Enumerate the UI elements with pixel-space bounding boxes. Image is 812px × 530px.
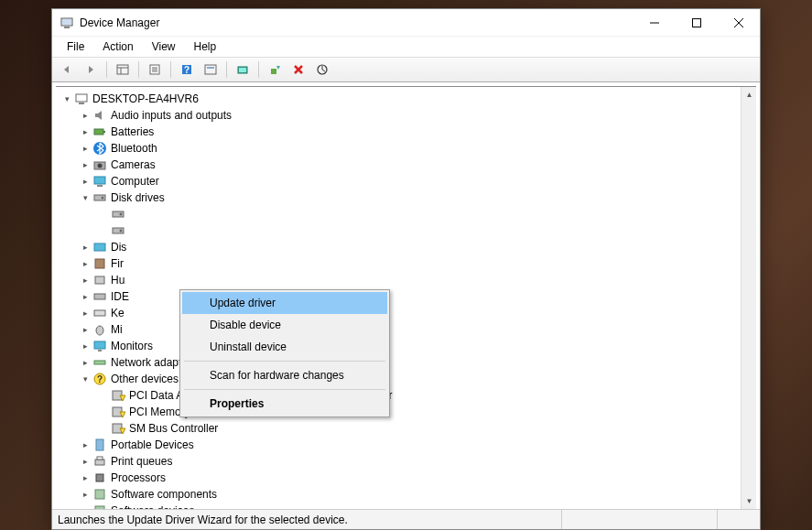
monitor-icon <box>92 339 107 353</box>
ide-icon <box>92 289 107 304</box>
properties-button[interactable] <box>144 59 166 80</box>
chevron-right-icon[interactable]: ▸ <box>80 308 91 319</box>
chevron-right-icon[interactable]: ▸ <box>80 324 91 335</box>
tree-node-diskdrives[interactable]: ▾ Disk drives <box>56 189 756 206</box>
disable-button[interactable] <box>311 59 333 80</box>
uninstall-button[interactable] <box>287 59 309 80</box>
tree-label: Dis <box>111 239 126 255</box>
scan-hardware-button[interactable] <box>232 59 254 80</box>
ctx-uninstall-device[interactable]: Uninstall device <box>182 336 387 358</box>
show-hide-console-button[interactable] <box>112 59 134 80</box>
maximize-button[interactable] <box>676 9 718 37</box>
chevron-right-icon[interactable]: ▸ <box>80 275 91 286</box>
tree-label: Hu <box>111 272 125 288</box>
cpu-icon <box>92 471 107 485</box>
warning-device-icon <box>111 405 125 419</box>
menu-action[interactable]: Action <box>93 38 142 55</box>
chevron-right-icon[interactable]: ▸ <box>80 110 91 121</box>
battery-icon <box>92 124 107 139</box>
tree-node-bluetooth[interactable]: ▸ Bluetooth <box>56 140 756 157</box>
tree-node-ide[interactable]: ▸ IDE <box>56 288 756 305</box>
chevron-down-icon[interactable]: ▾ <box>80 373 91 384</box>
menu-view[interactable]: View <box>143 38 185 55</box>
tree-node-mice[interactable]: ▸ Mi <box>56 321 756 338</box>
svg-rect-19 <box>239 68 246 72</box>
network-icon <box>92 355 107 370</box>
chevron-right-icon[interactable]: ▸ <box>80 341 91 352</box>
chevron-right-icon[interactable]: ▸ <box>80 143 91 154</box>
tree-node-display[interactable]: ▸ Dis <box>56 239 756 255</box>
tree-node-audio[interactable]: ▸ Audio inputs and outputs <box>56 107 756 124</box>
tree-label: DESKTOP-EA4HVR6 <box>92 91 199 107</box>
app-icon <box>60 16 74 30</box>
tree-node-other[interactable]: ▾ ? Other devices <box>56 371 756 387</box>
chevron-right-icon[interactable]: ▸ <box>80 505 91 509</box>
chevron-right-icon[interactable]: ▸ <box>80 357 91 368</box>
ctx-disable-device[interactable]: Disable device <box>182 314 387 336</box>
disk-icon <box>111 207 125 222</box>
chevron-right-icon[interactable]: ▸ <box>80 291 91 302</box>
tree-node-computer[interactable]: ▸ Computer <box>56 173 756 189</box>
menu-help[interactable]: Help <box>185 38 226 55</box>
chevron-right-icon[interactable]: ▸ <box>80 242 91 253</box>
tree-label: Computer <box>111 173 159 189</box>
ctx-update-driver[interactable]: Update driver <box>182 292 387 314</box>
scroll-down-button[interactable]: ▼ <box>742 493 756 509</box>
tree-node-processors[interactable]: ▸ Processors <box>56 470 756 486</box>
tree-root[interactable]: ▾ DESKTOP-EA4HVR6 <box>56 91 756 107</box>
chevron-right-icon[interactable]: ▸ <box>80 489 91 500</box>
svg-rect-17 <box>207 67 214 69</box>
chevron-right-icon[interactable]: ▸ <box>80 472 91 483</box>
chevron-right-icon[interactable]: ▸ <box>80 258 91 269</box>
svg-rect-55 <box>97 457 103 460</box>
tree-node-disk-child-2[interactable] <box>56 222 756 239</box>
svg-rect-39 <box>94 243 105 251</box>
tree-label: Monitors <box>111 338 153 354</box>
svg-rect-53 <box>96 439 103 450</box>
chevron-down-icon[interactable]: ▾ <box>80 192 91 203</box>
ctx-scan-hardware[interactable]: Scan for hardware changes <box>182 364 387 386</box>
tree-node-batteries[interactable]: ▸ Batteries <box>56 124 756 140</box>
update-driver-button[interactable] <box>264 59 286 80</box>
tree-node-monitors[interactable]: ▸ Monitors <box>56 338 756 354</box>
chevron-right-icon[interactable]: ▸ <box>80 176 91 187</box>
ctx-properties[interactable]: Properties <box>182 393 387 415</box>
portable-icon <box>92 438 107 452</box>
chevron-right-icon[interactable]: ▸ <box>80 456 91 467</box>
tree-node-printqueues[interactable]: ▸ Print queues <box>56 453 756 470</box>
tree-node-swdev[interactable]: ▸ Software devices <box>56 503 756 509</box>
tree-node-disk-child-1[interactable] <box>56 206 756 222</box>
tree-node-portable[interactable]: ▸ Portable Devices <box>56 437 756 453</box>
action-button[interactable] <box>200 59 222 80</box>
chevron-down-icon[interactable]: ▾ <box>61 93 72 104</box>
svg-rect-24 <box>76 94 87 102</box>
tree-node-keyboards[interactable]: ▸ Ke <box>56 305 756 321</box>
display-adapter-icon <box>92 240 107 254</box>
software-icon <box>92 503 107 509</box>
help-button[interactable]: ? <box>176 59 198 80</box>
tree-node-swcomp[interactable]: ▸ Software components <box>56 486 756 503</box>
tree-node-other-child[interactable]: SM Bus Controller <box>56 420 756 437</box>
tree-label: IDE <box>111 288 129 305</box>
tree-node-cameras[interactable]: ▸ Cameras <box>56 157 756 173</box>
tree-node-network[interactable]: ▸ Network adapters <box>56 354 756 371</box>
menu-file[interactable]: File <box>58 38 93 55</box>
back-button[interactable] <box>56 59 78 80</box>
scroll-up-button[interactable]: ▲ <box>742 87 756 103</box>
tree-node-hid[interactable]: ▸ Hu <box>56 272 756 288</box>
tree-node-other-child[interactable]: PCI Memory Controller <box>56 404 756 420</box>
tree-label: Software devices <box>111 503 194 509</box>
chevron-right-icon[interactable]: ▸ <box>80 126 91 137</box>
vertical-scrollbar[interactable]: ▲ ▼ <box>741 87 756 509</box>
forward-button[interactable] <box>80 59 102 80</box>
close-button[interactable] <box>718 9 760 37</box>
firmware-icon <box>92 256 107 271</box>
tree-node-firmware[interactable]: ▸ Fir <box>56 255 756 272</box>
chevron-right-icon[interactable]: ▸ <box>80 159 91 170</box>
svg-text:?: ? <box>184 65 189 75</box>
chevron-right-icon[interactable]: ▸ <box>80 439 91 450</box>
tree-label: Portable Devices <box>111 437 194 453</box>
svg-point-44 <box>96 326 103 335</box>
tree-node-other-child[interactable]: PCI Data Acquisition and Signal Processi… <box>56 387 756 404</box>
minimize-button[interactable] <box>633 9 676 37</box>
